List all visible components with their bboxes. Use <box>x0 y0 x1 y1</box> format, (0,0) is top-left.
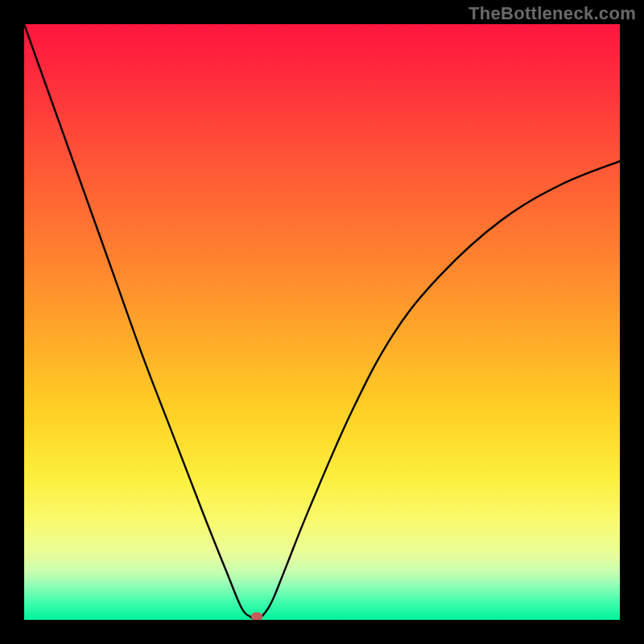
chart-frame: TheBottleneck.com <box>0 0 644 644</box>
minimum-marker <box>251 613 262 621</box>
plot-area <box>24 24 620 620</box>
bottleneck-curve <box>24 24 620 620</box>
watermark-text: TheBottleneck.com <box>469 3 636 24</box>
